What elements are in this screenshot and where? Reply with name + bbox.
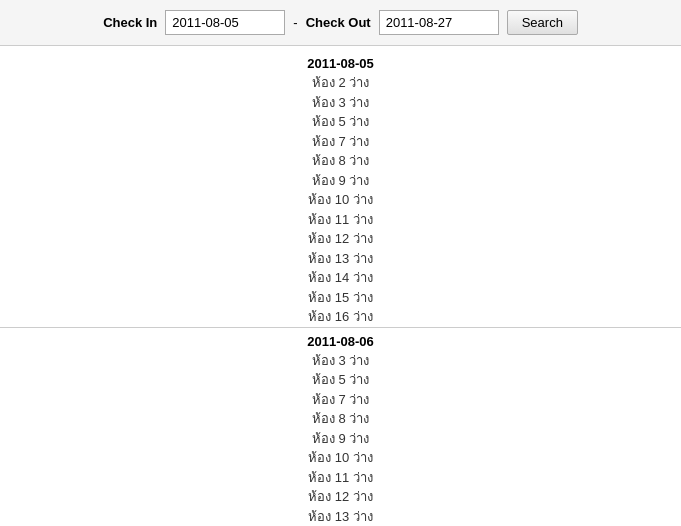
content-area: 2011-08-05ห้อง 2 ว่างห้อง 3 ว่างห้อง 5 ว…	[0, 46, 681, 526]
room-item: ห้อง 3 ว่าง	[0, 93, 681, 113]
room-item: ห้อง 5 ว่าง	[0, 370, 681, 390]
room-item: ห้อง 15 ว่าง	[0, 288, 681, 308]
room-item: ห้อง 12 ว่าง	[0, 229, 681, 249]
room-item: ห้อง 7 ว่าง	[0, 132, 681, 152]
room-item: ห้อง 13 ว่าง	[0, 507, 681, 527]
room-item: ห้อง 12 ว่าง	[0, 487, 681, 507]
date-header: 2011-08-06	[0, 334, 681, 349]
room-item: ห้อง 3 ว่าง	[0, 351, 681, 371]
search-button[interactable]: Search	[507, 10, 578, 35]
room-item: ห้อง 10 ว่าง	[0, 448, 681, 468]
room-item: ห้อง 13 ว่าง	[0, 249, 681, 269]
date-header: 2011-08-05	[0, 56, 681, 71]
room-item: ห้อง 11 ว่าง	[0, 210, 681, 230]
room-item: ห้อง 11 ว่าง	[0, 468, 681, 488]
room-item: ห้อง 10 ว่าง	[0, 190, 681, 210]
room-item: ห้อง 9 ว่าง	[0, 429, 681, 449]
room-item: ห้อง 8 ว่าง	[0, 151, 681, 171]
room-item: ห้อง 16 ว่าง	[0, 307, 681, 327]
room-item: ห้อง 7 ว่าง	[0, 390, 681, 410]
date-group: 2011-08-05ห้อง 2 ว่างห้อง 3 ว่างห้อง 5 ว…	[0, 56, 681, 327]
room-item: ห้อง 9 ว่าง	[0, 171, 681, 191]
header-bar: Check In - Check Out Search	[0, 0, 681, 46]
room-item: ห้อง 2 ว่าง	[0, 73, 681, 93]
room-item: ห้อง 14 ว่าง	[0, 268, 681, 288]
date-group: 2011-08-06ห้อง 3 ว่างห้อง 5 ว่างห้อง 7 ว…	[0, 327, 681, 527]
room-item: ห้อง 5 ว่าง	[0, 112, 681, 132]
date-separator: -	[293, 15, 297, 30]
checkout-input[interactable]	[379, 10, 499, 35]
room-item: ห้อง 8 ว่าง	[0, 409, 681, 429]
checkin-input[interactable]	[165, 10, 285, 35]
checkout-label: Check Out	[306, 15, 371, 30]
checkin-label: Check In	[103, 15, 157, 30]
